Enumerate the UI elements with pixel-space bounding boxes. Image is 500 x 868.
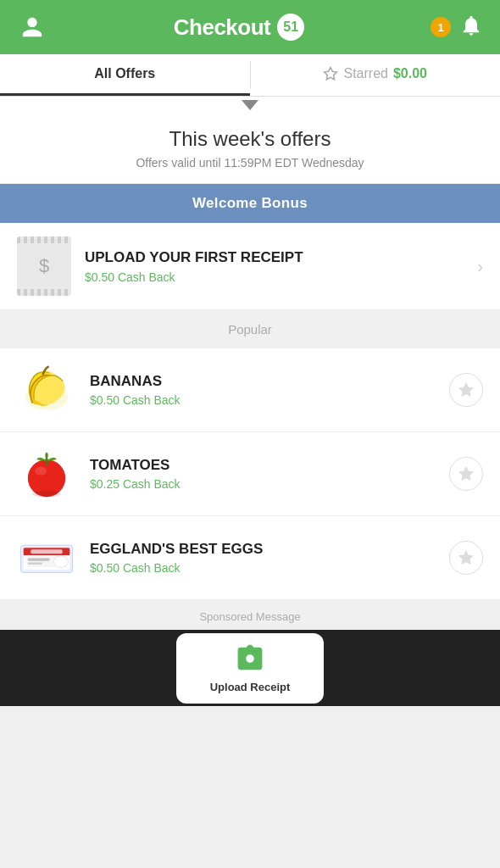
- tab-starred-amount: $0.00: [393, 66, 427, 81]
- receipt-icon: $: [17, 236, 71, 296]
- banana-star-button[interactable]: [449, 373, 483, 407]
- tab-starred[interactable]: Starred $0.00: [251, 54, 501, 96]
- upload-offer-cashback: $0.50 Cash Back: [85, 270, 464, 284]
- svg-marker-3: [459, 383, 474, 397]
- logo-number: 51: [277, 14, 304, 41]
- eggs-offer-name: EGGLAND'S BEST EGGS: [90, 541, 436, 558]
- tomato-offer[interactable]: TOMATOES $0.25 Cash Back: [0, 432, 500, 516]
- tab-all-offers-label: All Offers: [94, 66, 155, 81]
- tomato-image: [17, 444, 76, 504]
- popular-section-label: Popular: [0, 310, 500, 348]
- banana-image: [17, 360, 76, 420]
- tab-bar: All Offers Starred $0.00: [0, 54, 500, 97]
- svg-point-8: [32, 491, 61, 498]
- user-icon[interactable]: [17, 12, 47, 42]
- bottom-bar: Upload Receipt: [0, 630, 500, 706]
- tomato-star-button[interactable]: [449, 457, 483, 491]
- chevron-right-icon: ›: [477, 257, 483, 276]
- tomato-offer-info: TOMATOES $0.25 Cash Back: [90, 457, 436, 491]
- star-tab-icon: [323, 66, 338, 81]
- logo-text: Checkout: [174, 14, 270, 41]
- dollar-sign: $: [39, 255, 49, 277]
- app-logo: Checkout 51: [174, 14, 304, 41]
- svg-point-19: [54, 556, 69, 568]
- svg-point-20: [57, 559, 61, 561]
- welcome-bonus-banner: Welcome Bonus: [0, 184, 500, 223]
- bell-icon[interactable]: [459, 14, 483, 41]
- svg-rect-18: [28, 563, 42, 565]
- header-right-actions: 1: [431, 14, 483, 41]
- svg-marker-21: [459, 551, 474, 565]
- notification-count-badge[interactable]: 1: [431, 17, 451, 37]
- offers-title: This week's offers: [17, 127, 483, 151]
- sponsored-label: Sponsored Message: [0, 600, 500, 630]
- eggs-image: [17, 528, 76, 587]
- eggs-offer[interactable]: EGGLAND'S BEST EGGS $0.50 Cash Back: [0, 516, 500, 600]
- offers-header: This week's offers Offers valid until 11…: [0, 112, 500, 184]
- upload-receipt-label: Upload Receipt: [210, 681, 291, 693]
- upload-receipt-offer[interactable]: $ UPLOAD YOUR FIRST RECEIPT $0.50 Cash B…: [0, 223, 500, 310]
- banana-offer-name: BANANAS: [90, 373, 436, 390]
- tab-all-offers[interactable]: All Offers: [0, 54, 250, 96]
- svg-rect-17: [28, 558, 50, 560]
- tab-starred-label: Starred: [343, 66, 387, 81]
- welcome-bonus-label: Welcome Bonus: [192, 195, 308, 211]
- tomato-offer-name: TOMATOES: [90, 457, 436, 474]
- banana-offer-cashback: $0.50 Cash Back: [90, 393, 436, 407]
- camera-icon: [235, 643, 265, 677]
- svg-point-6: [35, 467, 47, 476]
- app-header: Checkout 51 1: [0, 0, 500, 54]
- banana-offer[interactable]: BANANAS $0.50 Cash Back: [0, 348, 500, 432]
- eggs-offer-cashback: $0.50 Cash Back: [90, 561, 436, 575]
- svg-marker-0: [325, 68, 337, 80]
- upload-receipt-button[interactable]: Upload Receipt: [176, 633, 325, 704]
- svg-marker-1: [242, 100, 258, 110]
- eggs-offer-info: EGGLAND'S BEST EGGS $0.50 Cash Back: [90, 541, 436, 575]
- svg-point-5: [28, 461, 65, 496]
- offers-subtitle: Offers valid until 11:59PM EDT Wednesday: [17, 156, 483, 170]
- banana-offer-info: BANANAS $0.50 Cash Back: [90, 373, 436, 407]
- svg-rect-15: [31, 549, 62, 554]
- dropdown-arrow[interactable]: [0, 97, 500, 112]
- upload-offer-info: UPLOAD YOUR FIRST RECEIPT $0.50 Cash Bac…: [85, 248, 464, 284]
- eggs-star-button[interactable]: [449, 541, 483, 575]
- svg-marker-9: [459, 467, 474, 481]
- upload-offer-title: UPLOAD YOUR FIRST RECEIPT: [85, 248, 464, 267]
- tomato-offer-cashback: $0.25 Cash Back: [90, 477, 436, 491]
